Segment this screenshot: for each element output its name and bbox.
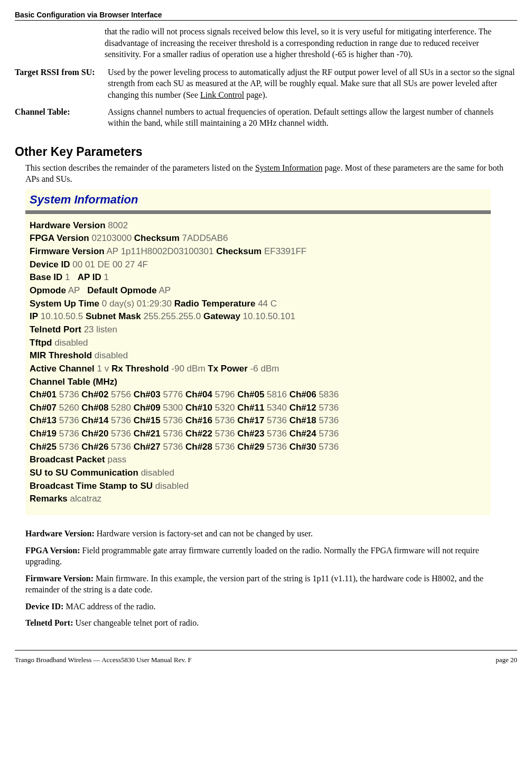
lbl-telnetd: Telnetd Port (30, 324, 81, 334)
channel-label: Ch#08 (81, 403, 108, 413)
term-hardware-version: Hardware Version: (25, 529, 97, 538)
lbl-su-to-su: SU to SU Communication (30, 468, 138, 478)
channel-value: 5836 (319, 389, 339, 399)
channel-value: 5736 (163, 429, 183, 439)
channel-label: Ch#16 (185, 415, 212, 425)
channel-label: Ch#19 (30, 429, 57, 439)
channel-value: 5736 (319, 415, 339, 425)
desc-device-id: Device ID: MAC address of the radio. (25, 601, 517, 612)
channel-value: 5736 (319, 429, 339, 439)
term-device-id-desc: Device ID: (25, 602, 66, 611)
channel-value: 5736 (215, 415, 235, 425)
lbl-tftpd: Tftpd (30, 338, 52, 348)
channel-label: Ch#24 (290, 429, 316, 439)
channel-value: 5816 (267, 389, 287, 399)
channel-row: Ch#25 5736 Ch#26 5736 Ch#27 5736 Ch#28 5… (30, 441, 487, 454)
channel-label: Ch#15 (134, 415, 161, 425)
val-broadcast-ts: disabled (155, 481, 189, 491)
row-base-ap-id: Base ID 1 AP ID 1 (30, 271, 487, 284)
val-rx-threshold: -90 dBm (171, 364, 205, 374)
val-opmode: AP (68, 285, 80, 295)
val-tx-power: -6 dBm (250, 364, 279, 374)
channel-value: 5340 (267, 403, 287, 413)
val-tftpd: disabled (54, 338, 88, 348)
channel-value: 5736 (59, 442, 79, 452)
channel-label: Ch#01 (30, 389, 57, 399)
lbl-ap-id: AP ID (78, 272, 101, 282)
row-telnetd: Telnetd Port 23 listen (30, 323, 487, 337)
system-information-panel: System Information Hardware Version 8002… (25, 189, 491, 515)
val-base-id: 1 (65, 272, 70, 282)
channel-value: 5736 (267, 429, 287, 439)
lbl-radio-temp: Radio Temperature (174, 299, 256, 309)
lbl-remarks: Remarks (30, 494, 68, 504)
channel-value: 5280 (111, 403, 131, 413)
footer: Trango Broadband Wireless — Access5830 U… (15, 650, 517, 664)
term-telnetd-port: Telnetd Port: (25, 618, 76, 627)
channel-value: 5796 (215, 389, 235, 399)
row-ip: IP 10.10.50.5 Subnet Mask 255.255.255.0 … (30, 310, 487, 323)
val-ap-id: 1 (104, 272, 109, 282)
val-firmware-checksum: EF3391FF (264, 246, 306, 256)
lbl-fpga-checksum: Checksum (134, 233, 180, 243)
channel-value: 5736 (267, 442, 287, 452)
val-remarks: alcatraz (70, 494, 102, 504)
row-channel-table-label: Channel Table (MHz) (30, 376, 487, 389)
definition-channel-table: Channel Table: Assigns channel numbers t… (15, 106, 517, 129)
section-intro-a: This section describes the remainder of … (25, 163, 255, 172)
val-su-to-su: disabled (141, 468, 174, 478)
channel-label: Ch#10 (185, 403, 212, 413)
channel-value: 5736 (111, 429, 131, 439)
channel-label: Ch#28 (185, 442, 212, 452)
row-uptime-temp: System Up Time 0 day(s) 01:29:30 Radio T… (30, 298, 487, 311)
val-gateway: 10.10.50.101 (243, 311, 295, 321)
channel-label: Ch#20 (81, 429, 108, 439)
lbl-firmware-version: Firmware Version (30, 246, 105, 256)
running-header: Basic Configuration via Browser Interfac… (15, 11, 517, 19)
lbl-uptime: System Up Time (30, 299, 99, 309)
channel-value: 5260 (59, 403, 79, 413)
continuation-paragraph: that the radio will not process signals … (105, 26, 517, 60)
row-mir: MIR Threshold disabled (30, 349, 487, 363)
term-target-rssi: Target RSSI from SU: (15, 67, 108, 101)
channel-label: Ch#30 (290, 442, 316, 452)
lbl-ip: IP (30, 311, 38, 321)
term-fpga-version: FPGA Version: (25, 546, 82, 555)
channel-value: 5736 (215, 429, 235, 439)
term-channel-table: Channel Table: (15, 106, 108, 129)
val-ip: 10.10.50.5 (41, 311, 83, 321)
body-target-rssi: Used by the power leveling process to au… (108, 67, 517, 101)
channel-value: 5736 (111, 415, 131, 425)
channel-label: Ch#21 (134, 429, 161, 439)
channel-label: Ch#11 (237, 403, 264, 413)
channel-row: Ch#13 5736 Ch#14 5736 Ch#15 5736 Ch#16 5… (30, 414, 487, 428)
row-remarks: Remarks alcatraz (30, 492, 487, 506)
channel-value: 5776 (163, 389, 183, 399)
channel-label: Ch#05 (237, 389, 264, 399)
channel-label: Ch#23 (237, 429, 264, 439)
row-active-channel: Active Channel 1 v Rx Threshold -90 dBm … (30, 363, 487, 376)
lbl-base-id: Base ID (30, 272, 62, 282)
desc-telnetd-port: Telnetd Port: User changeable telnet por… (25, 617, 517, 629)
channel-label: Ch#12 (290, 403, 316, 413)
link-link-control[interactable]: Link Control (200, 90, 244, 99)
row-fpga-version: FPGA Version 02103000 Checksum 7ADD5AB6 (30, 232, 487, 245)
lbl-firmware-checksum: Checksum (216, 246, 262, 256)
channel-label: Ch#25 (30, 442, 57, 452)
val-subnet: 255.255.255.0 (143, 311, 201, 321)
row-broadcast-packet: Broadcast Packet pass (30, 453, 487, 467)
desc-fpga-version: FPGA Version: Field programmable gate ar… (25, 545, 517, 568)
row-opmode: Opmode AP Default Opmode AP (30, 284, 487, 298)
term-firmware-version: Firmware Version: (25, 574, 96, 583)
val-fpga-version: 02103000 (91, 233, 132, 243)
channel-label: Ch#06 (290, 389, 316, 399)
lbl-hardware-version: Hardware Version (30, 220, 106, 230)
channel-label: Ch#07 (30, 403, 57, 413)
channel-label: Ch#03 (134, 389, 161, 399)
footer-row: Trango Broadband Wireless — Access5830 U… (15, 656, 517, 664)
channel-label: Ch#26 (81, 442, 108, 452)
footer-left: Trango Broadband Wireless — Access5830 U… (15, 656, 192, 664)
channel-label: Ch#18 (290, 415, 316, 425)
link-system-information[interactable]: System Information (255, 163, 323, 172)
lbl-default-opmode: Default Opmode (87, 285, 156, 295)
